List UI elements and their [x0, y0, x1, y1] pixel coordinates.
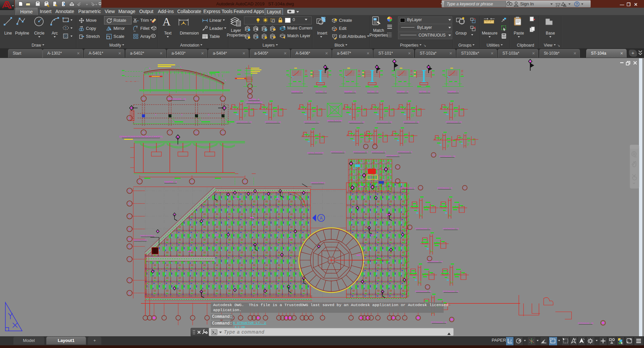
svg-text:D2: D2	[128, 238, 131, 240]
svg-text:9: 9	[169, 131, 170, 134]
svg-text:C: C	[129, 258, 131, 260]
svg-text:10: 10	[249, 91, 251, 93]
svg-text:TAMPAK - F: TAMPAK - F	[291, 91, 303, 93]
svg-text:8: 8	[397, 180, 398, 182]
svg-text:POTONGAN - 17: POTONGAN - 17	[304, 121, 320, 123]
svg-text:4: 4	[420, 187, 421, 189]
svg-text:TANGGA TYPE.1: TANGGA TYPE.1	[133, 239, 148, 241]
svg-text:POTONGAN - 29: POTONGAN - 29	[446, 121, 462, 123]
svg-text:17: 17	[427, 286, 429, 288]
svg-text:DETAIL KOLOM: DETAIL KOLOM	[327, 119, 342, 122]
svg-text:DETAIL - D: DETAIL - D	[367, 91, 379, 93]
svg-text:TAMPAK - A: TAMPAK - A	[164, 181, 177, 183]
svg-text:TAMPAK - I: TAMPAK - I	[447, 91, 459, 93]
svg-text:Sign In: Sign In	[520, 1, 534, 6]
svg-text:8: 8	[139, 180, 140, 183]
svg-text:D: D	[365, 146, 366, 148]
svg-text:E: E	[225, 79, 226, 81]
svg-text:POTONGAN - 5: POTONGAN - 5	[371, 151, 386, 153]
svg-text:10: 10	[195, 98, 198, 100]
svg-text:B: B	[129, 279, 130, 282]
svg-text:POTONGAN - 19: POTONGAN - 19	[376, 121, 392, 123]
svg-text:POTONGAN - 3: POTONGAN - 3	[331, 151, 346, 153]
svg-text:13: 13	[397, 166, 399, 168]
svg-text:DENAH POSISI KOLOM BAJA (CANOP: DENAH POSISI KOLOM BAJA (CANOPY)	[119, 135, 162, 138]
svg-text:11: 11	[222, 131, 224, 134]
svg-text:TAMPAK - H: TAMPAK - H	[396, 91, 409, 93]
svg-text:A: A	[155, 114, 156, 116]
svg-text:POSISI ANGKUR: POSISI ANGKUR	[246, 101, 263, 104]
svg-text:POTONGAN - 18: POTONGAN - 18	[348, 121, 364, 123]
svg-text:8: 8	[143, 98, 144, 100]
svg-text:DETAIL ANGKUR: DETAIL ANGKUR	[307, 152, 324, 154]
svg-text:F: F	[129, 215, 130, 218]
svg-text:11: 11	[244, 180, 246, 183]
svg-text:POTONGAN - 6: POTONGAN - 6	[397, 151, 412, 153]
svg-text:POTONGAN - 20: POTONGAN - 20	[415, 290, 431, 292]
svg-text:A: A	[129, 117, 131, 119]
svg-text:8: 8	[143, 131, 144, 134]
svg-text:POTONGAN - 4: POTONGAN - 4	[353, 151, 368, 153]
svg-text:A: A	[374, 146, 376, 148]
svg-text:13: 13	[429, 258, 431, 260]
svg-text:A: A	[208, 114, 209, 116]
svg-text:A: A	[320, 216, 323, 221]
svg-text:POTONGAN - 30: POTONGAN - 30	[439, 155, 455, 157]
svg-text:POTONGAN - 22: POTONGAN - 22	[431, 321, 447, 323]
svg-text:13: 13	[433, 154, 435, 156]
svg-text:POTONGAN - 16: POTONGAN - 16	[265, 121, 281, 123]
svg-text:4: 4	[464, 187, 465, 189]
svg-text:POTONGAN - 8: POTONGAN - 8	[400, 187, 415, 189]
svg-text:C: C	[180, 66, 182, 68]
svg-text:D: D	[129, 245, 131, 248]
svg-text:A: A	[129, 292, 131, 294]
svg-text:DETAIL - C: DETAIL - C	[316, 91, 327, 93]
svg-text:2D: 2D	[634, 156, 637, 158]
svg-text:15: 15	[409, 227, 411, 229]
svg-text:TAMPAK - G: TAMPAK - G	[344, 91, 356, 93]
svg-text:A: A	[181, 114, 183, 116]
svg-text:POTONGAN - 23: POTONGAN - 23	[168, 98, 186, 100]
svg-text:TANGGA TYPE.10: TANGGA TYPE.10	[140, 235, 155, 237]
svg-text:POTONGAN - 28: POTONGAN - 28	[403, 121, 419, 123]
svg-text:TANGGA TYPE.3: TANGGA TYPE.3	[311, 182, 325, 184]
svg-text:10: 10	[195, 131, 198, 134]
svg-text:POTONGAN - 9: POTONGAN - 9	[437, 187, 452, 189]
svg-text:POTONGAN - 12: POTONGAN - 12	[415, 227, 431, 230]
svg-text:POTONGAN - 33: POTONGAN - 33	[578, 322, 594, 324]
svg-text:EL.+12.600: EL.+12.600	[217, 71, 230, 73]
svg-text:H: H	[129, 190, 131, 192]
svg-text:POTONGAN - 13: POTONGAN - 13	[443, 227, 459, 230]
svg-text:DETAIL - E: DETAIL - E	[419, 91, 430, 93]
svg-text:DETAIL . A: DETAIL . A	[249, 98, 259, 101]
svg-text:E: E	[129, 228, 130, 230]
svg-text:POTONGAN - 15: POTONGAN - 15	[236, 121, 252, 123]
svg-text:G: G	[129, 202, 131, 205]
svg-text:D: D	[207, 73, 209, 75]
svg-text:11: 11	[222, 98, 224, 100]
svg-text:POTONGAN - 21: POTONGAN - 21	[443, 290, 459, 292]
svg-text:B: B	[149, 67, 150, 69]
svg-text:9: 9	[249, 85, 250, 88]
svg-text:?: ?	[576, 2, 578, 7]
svg-text:POTONGAN - 7: POTONGAN - 7	[386, 154, 401, 157]
svg-text:11: 11	[249, 96, 251, 98]
svg-text:G: G	[191, 180, 193, 183]
